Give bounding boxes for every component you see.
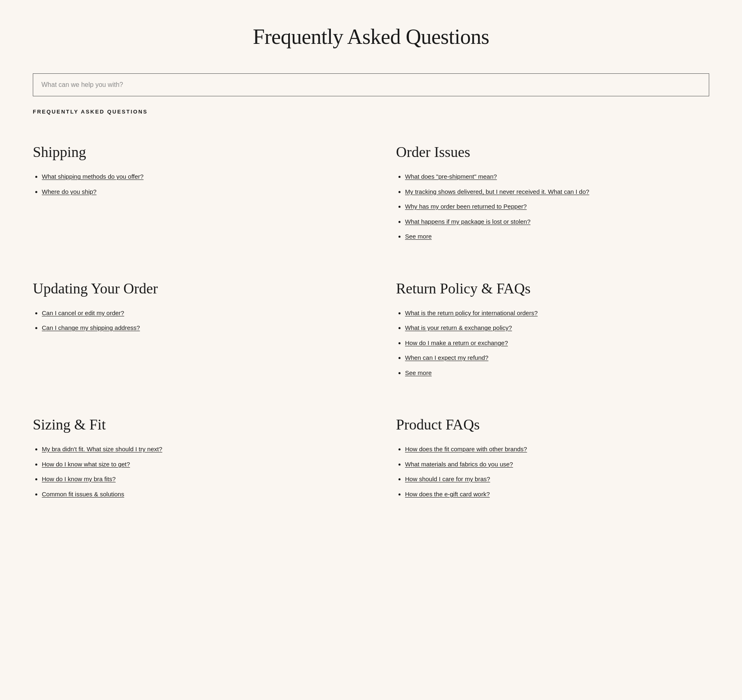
faq-list-product-faqs: How does the fit compare with other bran…	[396, 445, 709, 499]
search-input[interactable]	[33, 73, 709, 96]
faq-question-link[interactable]: Why has my order been returned to Pepper…	[405, 203, 527, 210]
faq-question-link[interactable]: Where do you ship?	[42, 188, 96, 195]
section-label: FREQUENTLY ASKED QUESTIONS	[33, 109, 709, 115]
list-item: How does the fit compare with other bran…	[405, 445, 709, 454]
faq-question-link[interactable]: What materials and fabrics do you use?	[405, 461, 513, 468]
list-item: How do I make a return or exchange?	[405, 339, 709, 348]
faq-question-link[interactable]: What is your return & exchange policy?	[405, 324, 512, 331]
faq-question-link[interactable]: What does "pre-shipment" mean?	[405, 173, 497, 180]
list-item: What shipping methods do you offer?	[42, 172, 346, 182]
faq-question-link[interactable]: How do I make a return or exchange?	[405, 339, 508, 346]
faq-question-link[interactable]: How does the fit compare with other bran…	[405, 445, 527, 452]
list-item: Common fit issues & solutions	[42, 490, 346, 499]
faq-list-sizing-fit: My bra didn't fit. What size should I tr…	[33, 445, 346, 499]
faq-question-link[interactable]: How should I care for my bras?	[405, 475, 490, 482]
see-more-link[interactable]: See more	[405, 369, 432, 376]
list-item: My tracking shows delivered, but I never…	[405, 187, 709, 197]
faq-section-product-faqs: Product FAQsHow does the fit compare wit…	[371, 404, 709, 525]
faq-question-link[interactable]: What shipping methods do you offer?	[42, 173, 143, 180]
page-title: Frequently Asked Questions	[33, 25, 709, 49]
faq-list-order-issues: What does "pre-shipment" mean?My trackin…	[396, 172, 709, 241]
faq-title-updating-order: Updating Your Order	[33, 280, 346, 297]
list-item: What is the return policy for internatio…	[405, 309, 709, 318]
faq-title-sizing-fit: Sizing & Fit	[33, 416, 346, 433]
faq-list-updating-order: Can I cancel or edit my order?Can I chan…	[33, 309, 346, 333]
faq-question-link[interactable]: Can I change my shipping address?	[42, 324, 140, 331]
list-item: Where do you ship?	[42, 187, 346, 197]
faq-question-link[interactable]: My bra didn't fit. What size should I tr…	[42, 445, 162, 452]
list-item: How does the e-gift card work?	[405, 490, 709, 499]
list-item: When can I expect my refund?	[405, 353, 709, 363]
list-item: See more	[405, 368, 709, 378]
faq-title-return-policy: Return Policy & FAQs	[396, 280, 709, 297]
see-more-link[interactable]: See more	[405, 233, 432, 240]
faq-question-link[interactable]: When can I expect my refund?	[405, 354, 488, 361]
list-item: Can I change my shipping address?	[42, 323, 346, 333]
faq-section-shipping: ShippingWhat shipping methods do you off…	[33, 131, 371, 268]
faq-section-return-policy: Return Policy & FAQsWhat is the return p…	[371, 268, 709, 404]
list-item: How do I know my bra fits?	[42, 475, 346, 484]
faq-grid: ShippingWhat shipping methods do you off…	[33, 131, 709, 525]
faq-question-link[interactable]: How do I know my bra fits?	[42, 475, 116, 482]
list-item: See more	[405, 232, 709, 241]
faq-title-shipping: Shipping	[33, 143, 346, 161]
faq-list-return-policy: What is the return policy for internatio…	[396, 309, 709, 378]
faq-section-updating-order: Updating Your OrderCan I cancel or edit …	[33, 268, 371, 404]
list-item: What is your return & exchange policy?	[405, 323, 709, 333]
faq-title-order-issues: Order Issues	[396, 143, 709, 161]
faq-question-link[interactable]: How does the e-gift card work?	[405, 491, 490, 498]
list-item: What does "pre-shipment" mean?	[405, 172, 709, 182]
faq-question-link[interactable]: What is the return policy for internatio…	[405, 309, 538, 316]
list-item: My bra didn't fit. What size should I tr…	[42, 445, 346, 454]
faq-question-link[interactable]: Common fit issues & solutions	[42, 491, 124, 498]
list-item: Why has my order been returned to Pepper…	[405, 202, 709, 211]
faq-question-link[interactable]: What happens if my package is lost or st…	[405, 218, 530, 225]
faq-question-link[interactable]: Can I cancel or edit my order?	[42, 309, 124, 316]
list-item: Can I cancel or edit my order?	[42, 309, 346, 318]
faq-question-link[interactable]: How do I know what size to get?	[42, 461, 130, 468]
faq-section-order-issues: Order IssuesWhat does "pre-shipment" mea…	[371, 131, 709, 268]
faq-question-link[interactable]: My tracking shows delivered, but I never…	[405, 188, 589, 195]
faq-section-sizing-fit: Sizing & FitMy bra didn't fit. What size…	[33, 404, 371, 525]
search-container	[33, 73, 709, 96]
faq-list-shipping: What shipping methods do you offer?Where…	[33, 172, 346, 196]
list-item: How do I know what size to get?	[42, 460, 346, 469]
list-item: What materials and fabrics do you use?	[405, 460, 709, 469]
list-item: What happens if my package is lost or st…	[405, 217, 709, 227]
faq-title-product-faqs: Product FAQs	[396, 416, 709, 433]
list-item: How should I care for my bras?	[405, 475, 709, 484]
